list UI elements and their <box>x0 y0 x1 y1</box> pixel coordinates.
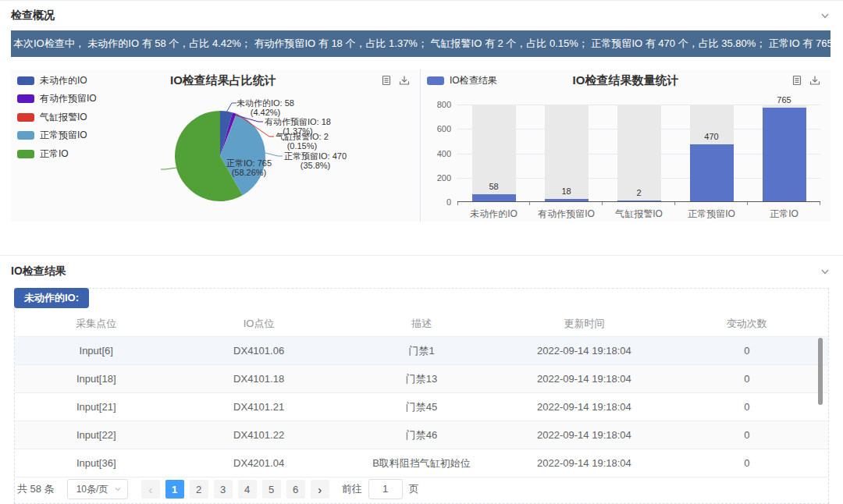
data-view-icon[interactable] <box>791 75 802 86</box>
table-header-cell[interactable]: 变动次数 <box>666 317 828 331</box>
goto-label: 前往 <box>342 482 362 496</box>
table-row[interactable]: Input[21]DX4101.21门禁452022-09-14 19:18:0… <box>15 393 828 421</box>
bar-chart-title: IO检查结果数量统计 <box>573 73 679 88</box>
table-cell: 门禁1 <box>340 344 503 358</box>
pie-label-5: 正常IO: 765(58.26%) <box>226 158 272 177</box>
pie-label-3: 气缸报警IO: 2(0.15%) <box>276 132 329 151</box>
inactive-io-badge[interactable]: 未动作的IO: <box>14 288 89 308</box>
bar-3[interactable] <box>617 201 661 201</box>
table-cell: Input[6] <box>15 345 177 357</box>
y-axis-label: 400 <box>423 149 451 158</box>
table-cell: Input[21] <box>15 401 177 413</box>
pie-label-line <box>161 168 176 169</box>
overview-title: 检查概况 <box>11 9 55 23</box>
pie-label-text: 未动作的IO: 58 <box>237 98 294 108</box>
table-cell: Input[36] <box>15 457 177 469</box>
x-axis-tick <box>820 202 820 205</box>
page-button-3[interactable]: 3 <box>214 480 233 499</box>
pie-chart <box>11 69 420 222</box>
prev-page-button[interactable]: ‹ <box>141 480 160 499</box>
table-cell: 0 <box>666 457 828 469</box>
table-header-row: 采集点位IO点位描述更新时间变动次数 <box>15 311 828 337</box>
chevron-down-icon <box>114 485 122 493</box>
bar-1[interactable] <box>472 194 516 201</box>
bar-background <box>617 105 661 201</box>
table-header-cell[interactable]: 更新时间 <box>503 317 665 331</box>
goto-page-input[interactable]: 1 <box>368 479 403 499</box>
table-cell: 2022-09-14 19:18:04 <box>503 401 665 413</box>
results-collapse-header[interactable]: IO检查结果 <box>11 258 831 284</box>
table-row[interactable]: Input[22]DX4101.22门禁462022-09-14 19:18:0… <box>15 421 828 449</box>
table-cell: 0 <box>666 373 828 385</box>
bar-value-label: 2 <box>603 188 675 197</box>
table-cell: DX4101.18 <box>177 373 340 385</box>
next-page-button[interactable]: › <box>311 480 329 499</box>
total-count: 共 58 条 <box>17 482 55 496</box>
pie-label-percent: (35.8%) <box>284 161 347 170</box>
x-axis-label: 正常预留IO <box>675 208 748 221</box>
x-axis-tick <box>674 202 675 205</box>
y-axis-label: 200 <box>423 173 451 183</box>
table-row[interactable]: Input[18]DX4101.18门禁132022-09-14 19:18:0… <box>15 365 828 393</box>
legend-item-series[interactable]: IO检查结果 <box>427 76 497 85</box>
page-buttons: 123456 <box>165 480 311 499</box>
pie-label-percent: (4.42%) <box>237 108 294 117</box>
pie-chart-panel: 未动作的IO有动作预留IO气缸报警IO正常预留IO正常IO IO检查结果占比统计… <box>11 69 420 222</box>
pie-label-text: 有动作预留IO: 18 <box>265 117 331 126</box>
table-cell: 0 <box>666 429 828 441</box>
pie-label-percent: (58.26%) <box>226 168 272 177</box>
bar-2[interactable] <box>545 199 589 201</box>
bar-chart-panel: IO检查结果 IO检查结果数量统计 020040060080058未动作的IO1… <box>420 69 831 222</box>
chevron-down-icon[interactable] <box>820 10 831 21</box>
x-axis-label: 未动作的IO <box>457 208 530 221</box>
table-header-cell[interactable]: 描述 <box>340 317 503 331</box>
pie-label-4: 正常预留IO: 470(35.8%) <box>284 151 347 170</box>
table-row[interactable]: Input[6]DX4101.06门禁12022-09-14 19:18:040 <box>15 337 828 365</box>
table-cell: 2022-09-14 19:18:04 <box>503 429 665 441</box>
page-size-value: 10条/页 <box>76 483 108 496</box>
table-cell: Input[22] <box>15 429 177 441</box>
page-size-select[interactable]: 10条/页 <box>67 479 128 499</box>
table-header-cell[interactable]: IO点位 <box>177 317 340 331</box>
page-button-1[interactable]: 1 <box>165 480 184 499</box>
legend-label: IO检查结果 <box>450 74 497 87</box>
table-cell: DX4101.21 <box>177 401 340 413</box>
summary-banner: 本次IO检查中， 未动作的IO 有 58 个，占比 4.42%； 有动作预留IO… <box>11 30 831 57</box>
bar-plot: 020040060080058未动作的IO18有动作预留IO2气缸报警IO470… <box>457 105 820 202</box>
y-axis-label: 0 <box>423 197 451 207</box>
page-button-2[interactable]: 2 <box>190 480 208 499</box>
table-scrollbar[interactable] <box>818 338 823 405</box>
table-header-cell[interactable]: 采集点位 <box>15 317 177 331</box>
y-axis-label: 600 <box>423 124 451 133</box>
pie-label-text: 正常预留IO: 470 <box>284 151 347 161</box>
table-cell: Input[18] <box>15 373 177 385</box>
x-axis-label: 气缸报警IO <box>603 208 675 221</box>
pie-label-percent: (0.15%) <box>276 141 329 151</box>
table-row[interactable]: Input[36]DX4201.04B取料阻挡气缸初始位2022-09-14 1… <box>15 449 828 477</box>
table-cell: DX4201.04 <box>177 457 340 469</box>
results-table: 采集点位IO点位描述更新时间变动次数Input[6]DX4101.06门禁120… <box>15 311 828 477</box>
x-axis-label: 有动作预留IO <box>530 208 603 221</box>
page-button-6[interactable]: 6 <box>286 480 305 499</box>
table-cell: 2022-09-14 19:18:04 <box>503 373 665 385</box>
bar-bands: 58未动作的IO18有动作预留IO2气缸报警IO470正常预留IO765正常IO <box>457 105 820 201</box>
bar-band-4: 470正常预留IO <box>675 105 748 201</box>
io-inspection-dashboard: 检查概况 本次IO检查中， 未动作的IO 有 58 个，占比 4.42%； 有动… <box>0 0 843 504</box>
chevron-down-icon[interactable] <box>820 266 831 277</box>
pie-label-text: 气缸报警IO: 2 <box>276 132 329 141</box>
page-suffix: 页 <box>409 482 419 496</box>
overview-collapse-header[interactable]: 检查概况 <box>11 1 831 30</box>
table-cell: B取料阻挡气缸初始位 <box>340 456 503 470</box>
bar-value-label: 58 <box>457 182 530 191</box>
download-icon[interactable] <box>809 75 820 86</box>
x-axis-tick <box>602 202 603 205</box>
pie-label-line <box>265 153 283 156</box>
y-axis-label: 800 <box>423 100 451 109</box>
bar-4[interactable] <box>690 144 734 201</box>
pagination: 共 58 条 10条/页 ‹ 123456 › 前往 1 页 <box>17 479 419 499</box>
table-cell: 门禁46 <box>340 428 503 442</box>
bar-5[interactable] <box>763 108 806 201</box>
bar-band-1: 58未动作的IO <box>457 105 530 201</box>
page-button-4[interactable]: 4 <box>238 480 257 499</box>
page-button-5[interactable]: 5 <box>262 480 281 499</box>
